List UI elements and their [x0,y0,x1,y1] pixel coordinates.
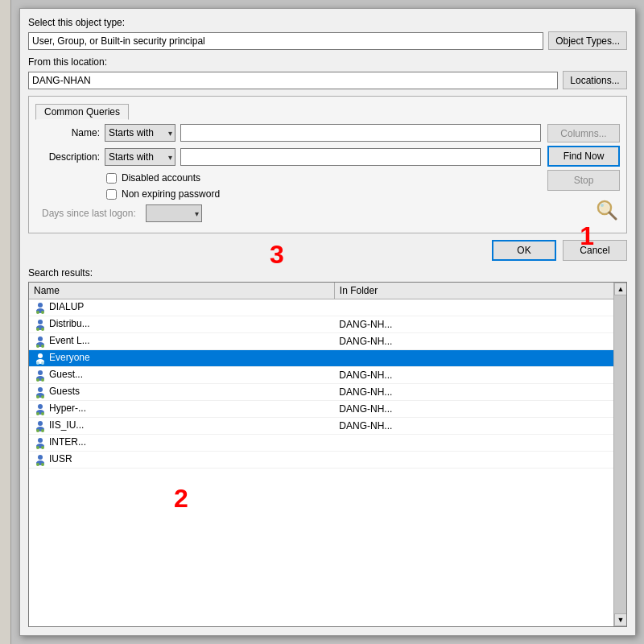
name-input[interactable] [180,124,541,142]
col-folder-header: In Folder [334,283,625,299]
svg-point-28 [38,404,43,409]
description-dropdown-wrapper[interactable]: Starts with ▾ [105,148,175,166]
queries-right: Columns... Find Now Stop [547,124,620,226]
svg-point-40 [38,455,43,460]
name-label: Name: [35,127,100,138]
stop-button[interactable]: Stop [547,170,620,191]
annotation-3: 3 [270,240,284,270]
scroll-up-btn[interactable]: ▲ [614,283,627,295]
table-row[interactable]: IIS_IU...DANG-NH... [29,418,626,435]
row-name-cell: Guest... [29,367,334,384]
select-object-section: Select this object type: Object Types... [28,17,627,56]
svg-point-6 [36,311,39,314]
non-expiring-checkbox[interactable] [106,189,117,200]
table-row[interactable]: IUSR [29,452,626,469]
row-folder-cell: DANG-NH... [334,418,625,435]
svg-point-24 [38,387,43,392]
scrollbar[interactable]: ▲ ▼ [613,283,626,626]
user-icon [34,386,47,398]
name-dropdown-wrapper[interactable]: Starts with ▾ [105,124,175,142]
table-row[interactable]: Everyone [29,350,626,367]
columns-button[interactable]: Columns... [547,124,620,142]
svg-point-35 [41,429,44,432]
table-row[interactable]: Event L...DANG-NH... [29,333,626,350]
svg-point-43 [41,463,44,466]
cancel-button[interactable]: Cancel [563,240,627,261]
results-table-container[interactable]: Name In Folder DIALUP Distribu...DANG-NH… [28,282,627,627]
svg-point-27 [41,395,44,398]
days-dropdown[interactable] [146,204,202,222]
svg-point-11 [41,328,44,331]
svg-point-4 [38,303,43,308]
svg-point-3 [601,204,604,207]
description-input[interactable] [180,148,541,166]
location-input[interactable] [28,72,558,89]
queries-left: Name: Starts with ▾ Description: Starts [35,124,541,226]
table-row[interactable]: INTER... [29,435,626,452]
disabled-accounts-row: Disabled accounts [106,172,541,184]
user-icon [34,436,47,449]
user-icon [34,369,47,382]
description-field-row: Description: Starts with ▾ [35,148,541,166]
ok-cancel-row: OK Cancel [28,240,627,261]
table-row[interactable]: Distribu...DANG-NH... [29,316,626,333]
annotation-1: 1 [580,221,594,251]
svg-point-8 [38,320,43,324]
table-row[interactable]: DIALUP [29,299,626,316]
scroll-track [614,295,626,613]
results-tbody: DIALUP Distribu...DANG-NH... Event L...D… [29,299,626,469]
common-queries-panel: Common Queries Name: Starts with ▾ D [28,96,627,233]
left-border [0,0,11,644]
locations-button[interactable]: Locations... [563,71,627,89]
scroll-down-btn[interactable]: ▼ [614,613,627,626]
svg-point-14 [36,345,39,348]
svg-point-18 [36,361,39,365]
user-icon [34,453,47,466]
search-results-label: Search results: [28,267,627,279]
table-row[interactable]: GuestsDANG-NH... [29,384,626,401]
user-icon [34,318,47,331]
name-dropdown[interactable]: Starts with [105,124,175,142]
row-folder-cell: DANG-NH... [334,401,625,418]
row-folder-cell [334,452,625,469]
user-icon [34,301,47,314]
row-name-cell: DIALUP [29,299,334,316]
svg-point-34 [36,429,39,432]
row-name-cell: Everyone [29,350,334,367]
table-row[interactable]: Guest...DANG-NH... [29,367,626,384]
description-dropdown[interactable]: Starts with [105,148,175,166]
table-row[interactable]: Hyper-...DANG-NH... [29,401,626,418]
location-row: Locations... [28,71,627,89]
find-now-button[interactable]: Find Now [547,146,620,167]
row-name-cell: IUSR [29,452,334,469]
svg-point-20 [38,370,43,375]
user-icon [34,419,47,432]
user-icon [34,402,47,415]
svg-point-38 [36,446,39,449]
svg-point-15 [41,345,44,348]
row-name-cell: Hyper-... [29,401,334,418]
object-type-row: Object Types... [28,31,627,50]
row-folder-cell: DANG-NH... [334,333,625,350]
svg-point-23 [41,378,44,382]
svg-point-22 [36,378,39,382]
svg-point-16 [38,353,43,358]
queries-inner: Name: Starts with ▾ Description: Starts [35,124,620,226]
svg-point-12 [38,336,43,341]
name-field-row: Name: Starts with ▾ [35,124,541,142]
svg-point-32 [38,421,43,426]
disabled-accounts-checkbox[interactable] [106,173,117,184]
from-location-label: From this location: [28,56,627,68]
svg-point-39 [41,446,44,449]
days-dropdown-wrapper[interactable]: ▾ [146,204,202,222]
row-folder-cell [334,299,625,316]
table-header-row: Name In Folder [29,283,626,299]
svg-point-26 [36,395,39,398]
object-type-input[interactable] [28,32,543,50]
row-name-cell: Event L... [29,333,334,350]
non-expiring-row: Non expiring password [106,188,541,200]
row-folder-cell [334,350,625,367]
object-types-button[interactable]: Object Types... [548,31,627,50]
select-object-label: Select this object type: [28,17,627,28]
ok-button[interactable]: OK [492,240,556,261]
